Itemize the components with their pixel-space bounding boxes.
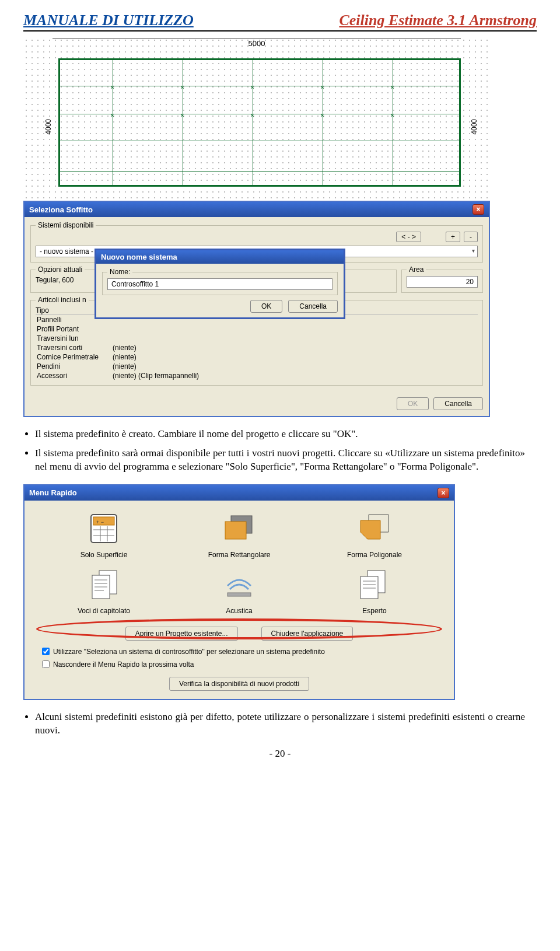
nav-button[interactable]: < - > xyxy=(396,232,421,242)
red-highlight-ellipse xyxy=(36,618,442,639)
cell-value: (niente) xyxy=(111,343,478,352)
mr-label-4: Acustica xyxy=(226,607,252,615)
quick-menu-title: Menu Rapido xyxy=(29,488,77,497)
cell-type: Traversini corti xyxy=(36,343,111,352)
area-legend: Area xyxy=(407,265,426,274)
hide-menu-checkbox[interactable]: Nascondere il Menu Rapido la prossima vo… xyxy=(24,658,454,671)
area-group: Area 20 xyxy=(401,270,483,293)
item-solo-superficie[interactable]: + − Solo Superficie xyxy=(42,511,166,559)
dim-top-label: 5000 xyxy=(249,39,265,48)
verify-products-button[interactable]: Verifica la disponibilità di nuovi prodo… xyxy=(169,677,309,691)
check1-label: Utilizzare "Seleziona un sistema di cont… xyxy=(53,648,325,656)
dialog-titlebar[interactable]: Nuovo nome sistema xyxy=(96,250,344,264)
cell-value: (niente) xyxy=(111,362,478,371)
systems-legend: Sistemi disponibili xyxy=(36,221,96,229)
cell-type: Profili Portant xyxy=(36,324,111,334)
dialog-cancel-button[interactable]: Cancella xyxy=(288,300,338,313)
dim-left-label: 4000 xyxy=(44,119,52,135)
close-icon[interactable]: × xyxy=(473,204,484,215)
mr-label-1: Forma Rettangolare xyxy=(208,551,271,559)
document-header: MANUALE DI UTILIZZO Ceiling Estimate 3.1… xyxy=(23,12,537,32)
body-bullets-1: Il sistema predefinito è creato. Cambiar… xyxy=(35,428,525,474)
cancel-button[interactable]: Cancella xyxy=(433,397,483,410)
checkbox-1[interactable] xyxy=(42,648,50,655)
expert-icon xyxy=(356,567,393,602)
cell-value xyxy=(111,334,478,343)
mr-label-2: Forma Poligonale xyxy=(347,551,402,559)
check2-label: Nascondere il Menu Rapido la prossima vo… xyxy=(53,660,194,669)
svg-rect-19 xyxy=(360,576,378,599)
close-icon[interactable]: × xyxy=(438,488,449,498)
dialog-ok-button[interactable]: OK xyxy=(250,300,282,313)
mr-label-0: Solo Superficie xyxy=(80,551,128,559)
open-project-button[interactable]: Aprire un Progetto esistente... xyxy=(125,627,238,641)
minus-button[interactable]: - xyxy=(464,232,478,242)
quick-menu-titlebar[interactable]: Menu Rapido × xyxy=(24,485,454,501)
quick-menu-buttons: Aprire un Progetto esistente... Chiudere… xyxy=(24,622,454,645)
window-titlebar[interactable]: Seleziona Soffitto × xyxy=(24,202,489,217)
cell-type: Pendini xyxy=(36,362,111,371)
options-legend: Opzioni attuali xyxy=(36,265,85,274)
name-input[interactable]: Controsoffitto 1 xyxy=(107,278,332,290)
mr-label-3: Voci di capitolato xyxy=(78,607,130,615)
table-row[interactable]: Profili Portant xyxy=(36,324,478,334)
options-value: Tegular, 600 xyxy=(36,276,74,284)
polygon-icon xyxy=(356,511,393,546)
svg-text:+ −: + − xyxy=(96,519,104,525)
window-title: Seleziona Soffitto xyxy=(29,205,93,214)
quick-menu-grid: + − Solo Superficie Forma Rettangolare F… xyxy=(24,501,454,622)
area-value: 20 xyxy=(407,276,478,288)
quick-menu-window: Menu Rapido × + − Solo Superficie Forma … xyxy=(23,484,455,700)
dimension-top: 5000 xyxy=(52,39,461,48)
cell-type: Traversini lun xyxy=(36,334,111,343)
header-right: Ceiling Estimate 3.1 Armstrong xyxy=(339,12,537,29)
calculator-icon: + − xyxy=(85,511,123,546)
dim-right-label: 4000 xyxy=(470,119,478,135)
cell-value: (niente) xyxy=(111,352,478,362)
item-forma-poligonale[interactable]: Forma Poligonale xyxy=(313,511,436,559)
select-ceiling-window: Seleziona Soffitto × Sistemi disponibili… xyxy=(23,201,490,417)
cell-type: Cornice Perimetrale xyxy=(36,352,111,362)
svg-marker-10 xyxy=(360,520,380,539)
name-legend: Nome: xyxy=(107,268,132,276)
ceiling-drawing: 5000 × × × × × × × × × × 4000 4000 xyxy=(23,37,490,201)
item-voci-capitolato[interactable]: Voci di capitolato xyxy=(42,567,166,615)
new-name-dialog: Nuovo nome sistema Nome: Controsoffitto … xyxy=(94,249,345,319)
table-row[interactable]: Traversini corti(niente) xyxy=(36,343,478,352)
acoustic-icon xyxy=(220,567,258,602)
table-row[interactable]: Cornice Perimetrale(niente) xyxy=(36,352,478,362)
bullet-3: Alcuni sistemi predefiniti esistono già … xyxy=(35,711,525,737)
rect-outline: × × × × × × × × × × xyxy=(58,58,461,187)
table-row[interactable]: Pendini(niente) xyxy=(36,362,478,371)
table-row[interactable]: Accessori(niente) (Clip fermapannelli) xyxy=(36,371,478,380)
use-default-checkbox[interactable]: Utilizzare "Seleziona un sistema di cont… xyxy=(24,645,454,658)
ok-button: OK xyxy=(397,397,429,410)
cell-value: (niente) (Clip fermapannelli) xyxy=(111,371,478,380)
body-bullets-2: Alcuni sistemi predefiniti esistono già … xyxy=(35,711,525,737)
cell-type: Accessori xyxy=(36,371,111,380)
svg-rect-8 xyxy=(225,522,246,539)
plus-button[interactable]: + xyxy=(446,232,460,242)
document-icon xyxy=(85,567,123,602)
table-row[interactable]: Traversini lun xyxy=(36,334,478,343)
item-acustica[interactable]: Acustica xyxy=(177,567,301,615)
cell-value xyxy=(111,324,478,334)
header-left: MANUALE DI UTILIZZO xyxy=(23,12,194,29)
rectangle-icon xyxy=(220,511,258,546)
checkbox-2[interactable] xyxy=(42,660,50,668)
close-app-button[interactable]: Chiudere l'applicazione xyxy=(261,627,354,641)
articles-legend: Articoli inclusi n xyxy=(36,296,89,304)
bullet-1: Il sistema predefinito è creato. Cambiar… xyxy=(35,428,525,441)
name-group: Nome: Controsoffitto 1 xyxy=(102,272,338,295)
item-forma-rettangolare[interactable]: Forma Rettangolare xyxy=(177,511,301,559)
mr-label-5: Esperto xyxy=(362,607,386,615)
page-number: - 20 - xyxy=(23,748,537,760)
dialog-title: Nuovo nome sistema xyxy=(101,253,177,261)
bullet-2: Il sistema predefinito sarà ormai dispon… xyxy=(35,447,525,474)
item-esperto[interactable]: Esperto xyxy=(313,567,436,615)
svg-rect-17 xyxy=(228,593,251,596)
